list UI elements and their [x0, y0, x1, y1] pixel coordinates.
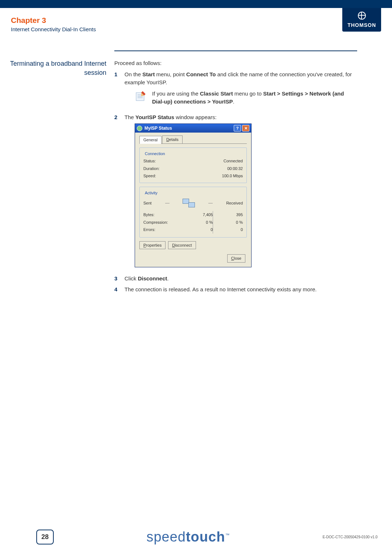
val-duration: 00:00:32: [227, 166, 243, 172]
connection-group: Connection Status:Connected Duration:00:…: [139, 147, 247, 183]
page-header: Chapter 3 Internet Connectivity Dial-In …: [0, 8, 392, 36]
lbl-duration: Duration:: [143, 166, 160, 172]
tab-strip: General DDetailsetails: [139, 135, 247, 144]
val-status: Connected: [224, 158, 243, 164]
disconnect-button[interactable]: DisconnectDisconnect: [168, 241, 196, 250]
t: If you are using the: [152, 90, 200, 97]
side-heading: Terminating a broadband Internet session: [0, 59, 114, 297]
t: window appears:: [174, 114, 217, 120]
t: .: [167, 275, 169, 281]
tab-general[interactable]: General: [139, 136, 162, 144]
val-bytes-recv: 395: [213, 211, 243, 219]
dialog-titlebar: MyISP Status ? ✕: [135, 124, 251, 133]
product-logo: speedtouch™: [146, 529, 230, 545]
kw-yourisp-status: YourISP Status: [135, 114, 174, 120]
close-x-button[interactable]: ✕: [242, 125, 249, 131]
t: The: [124, 114, 135, 120]
t: touch: [186, 529, 225, 544]
properties-button[interactable]: PropertiesProperties: [139, 241, 166, 250]
step-number: 2: [114, 113, 124, 272]
trademark-icon: ™: [225, 532, 230, 538]
status-dialog: MyISP Status ? ✕ General DDetailsetails: [135, 123, 252, 267]
button-row: PropertiesProperties DisconnectDisconnec…: [139, 241, 247, 250]
lbl-sent: Sent: [143, 200, 152, 206]
activity-table: Bytes: 7,405 395 Compression: 0 % 0 %: [143, 211, 243, 234]
top-bar: [0, 0, 392, 8]
step-2: The YourISP Status window appears: MyISP…: [124, 113, 357, 272]
lbl-speed: Speed:: [143, 173, 156, 179]
brand-logo: THOMSON: [342, 8, 381, 32]
lbl-status: Status:: [143, 158, 156, 164]
brand-text: THOMSON: [347, 22, 376, 28]
content-area: Terminating a broadband Internet session…: [0, 36, 392, 311]
step-1: On the Start menu, point Connect To and …: [124, 70, 357, 110]
page-footer: 28 speedtouch™ E-DOC-CTC-20050429-0100 v…: [0, 522, 392, 555]
doc-reference: E-DOC-CTC-20050429-0100 v1.0: [323, 535, 377, 539]
lbl-errors: Errors:: [143, 226, 183, 234]
val-speed: 100.0 Mbps: [222, 173, 243, 179]
intro-text: Proceed as follows:: [114, 59, 357, 68]
t: .: [233, 98, 234, 105]
kw-classic-start: Classic Start: [200, 90, 233, 97]
step-number: 3: [114, 275, 124, 283]
step-3: Click Disconnect.: [124, 275, 357, 283]
t: speed: [146, 529, 186, 544]
tab-details[interactable]: DDetailsetails: [162, 135, 183, 143]
t: On the: [124, 71, 142, 77]
activity-group: Activity Sent Received: [139, 187, 247, 238]
val-bytes-sent: 7,405: [183, 211, 213, 219]
val-err-sent: 0: [183, 226, 213, 234]
step-number: 4: [114, 285, 124, 294]
lbl-bytes: Bytes:: [143, 211, 183, 219]
chapter-subtitle: Internet Connectivity Dial-In Clients: [11, 26, 96, 32]
note-icon: [135, 90, 147, 102]
t: Click: [124, 275, 138, 281]
t: menu, point: [155, 71, 186, 77]
main-column: Proceed as follows: 1 On the Start menu,…: [114, 59, 357, 297]
activity-icon: [183, 198, 195, 208]
step-4: The connection is released. As a result …: [124, 285, 357, 294]
help-button[interactable]: ?: [234, 125, 241, 131]
step-number: 1: [114, 70, 124, 110]
dialog-title: MyISP Status: [144, 125, 233, 131]
kw-connect-to: Connect To: [186, 71, 216, 77]
activity-legend: Activity: [143, 190, 159, 196]
section-rule: [114, 50, 357, 51]
t: menu go to: [233, 90, 263, 97]
lbl-received: Received: [226, 200, 243, 206]
connection-legend: Connection: [143, 151, 167, 157]
chapter-title: Chapter 3: [11, 16, 96, 25]
val-comp-recv: 0 %: [213, 219, 243, 226]
note-text: If you are using the Classic Start menu …: [152, 90, 357, 106]
note-box: If you are using the Classic Start menu …: [135, 90, 357, 106]
page-number: 28: [36, 530, 54, 544]
close-button[interactable]: CloseClose: [227, 254, 245, 263]
globe-icon: [358, 12, 366, 20]
lbl-compression: Compression:: [143, 219, 183, 226]
connection-icon: [137, 126, 142, 131]
val-comp-sent: 0 %: [183, 219, 213, 226]
val-err-recv: 0: [213, 226, 243, 234]
step-list: 1 On the Start menu, point Connect To an…: [114, 70, 357, 294]
kw-disconnect: Disconnect: [138, 275, 167, 281]
kw-start: Start: [142, 71, 155, 77]
